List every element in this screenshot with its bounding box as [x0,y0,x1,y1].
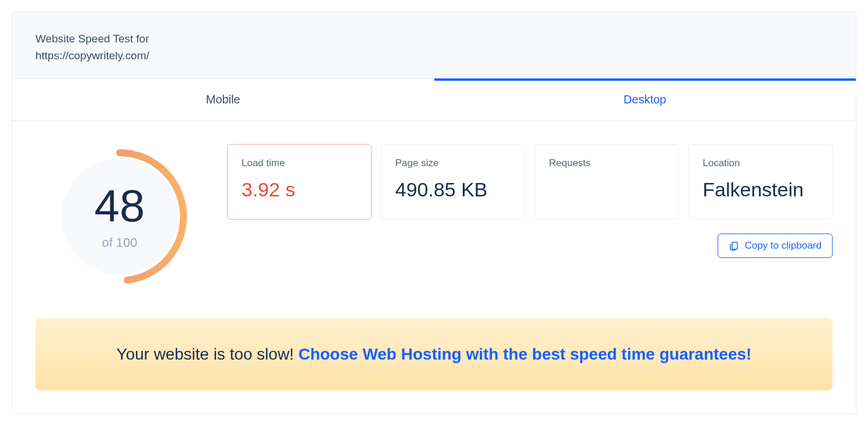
metric-label: Page size [395,157,511,169]
tab-desktop[interactable]: Desktop [434,79,856,120]
tab-mobile[interactable]: Mobile [12,79,434,120]
gauge-score: 48 [95,183,145,228]
copy-row: Copy to clipboard [227,234,833,258]
metric-page-size: Page size 490.85 KB [381,144,525,220]
banner-text: Your website is too slow! [117,345,298,363]
clipboard-icon [729,241,739,251]
metric-label: Location [703,157,818,169]
metric-value: 490.85 KB [395,178,511,201]
choose-hosting-link[interactable]: Choose Web Hosting with the best speed t… [298,345,752,363]
slow-site-banner: Your website is too slow! Choose Web Hos… [35,318,833,390]
svg-rect-2 [732,242,737,249]
device-tabs: Mobile Desktop [12,79,856,121]
copy-to-clipboard-button[interactable]: Copy to clipboard [718,234,833,258]
header-title: Website Speed Test for [35,28,833,49]
tested-url: https://copywritely.com/ [35,49,833,62]
metric-label: Requests [549,157,665,169]
results-content: 48 of 100 Load time 3.92 s Page size 490… [12,121,856,301]
gauge-of-label: of 100 [102,235,137,250]
metric-row: Load time 3.92 s Page size 490.85 KB Req… [227,144,833,220]
copy-button-label: Copy to clipboard [745,240,822,252]
metric-load-time: Load time 3.92 s [227,144,372,220]
metric-requests: Requests [535,144,679,220]
metric-label: Load time [242,157,357,169]
metric-value: 3.92 s [242,178,357,201]
metric-location: Location Falkenstein [688,144,833,220]
score-gauge: 48 of 100 [35,144,204,289]
header: Website Speed Test for https://copywrite… [12,12,856,79]
speed-test-card: Website Speed Test for https://copywrite… [12,12,856,414]
metrics-panel: Load time 3.92 s Page size 490.85 KB Req… [227,144,833,258]
metric-value: Falkenstein [703,178,818,201]
